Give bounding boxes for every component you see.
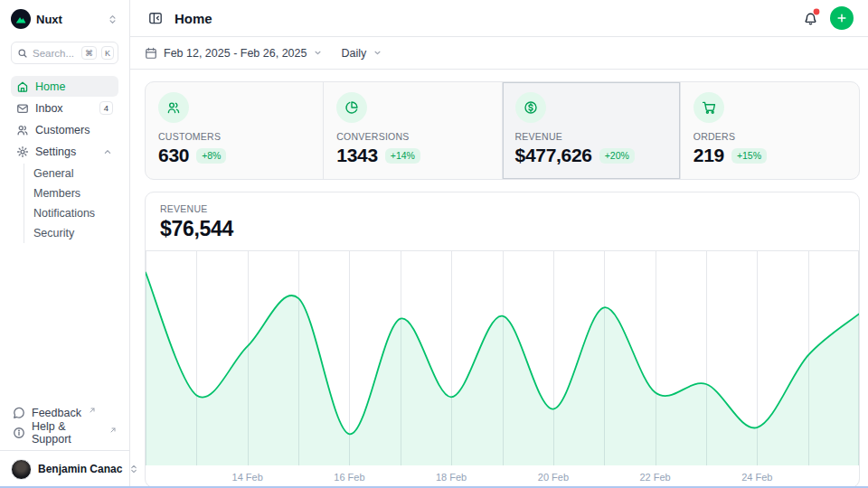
stat-value: 630 <box>158 145 189 166</box>
side-link-label: Feedback <box>32 407 81 419</box>
revenue-area-chart: 14 Feb16 Feb18 Feb20 Feb22 Feb24 Feb <box>146 250 859 488</box>
user-menu[interactable]: Benjamin Canac <box>11 457 118 481</box>
stats-row: CUSTOMERS 630 +8% CONVERSIONS 1343 +14% <box>145 81 860 180</box>
stat-value: $477,626 <box>515 145 592 166</box>
help-support-link[interactable]: Help & Support <box>11 423 118 443</box>
stat-label: REVENUE <box>515 131 667 142</box>
revenue-chart-card: REVENUE $76,544 14 Feb16 Feb18 Feb20 Feb… <box>145 192 860 488</box>
svg-text:22 Feb: 22 Feb <box>639 472 670 483</box>
settings-subnav: General Members Notifications Security <box>24 164 118 243</box>
svg-text:16 Feb: 16 Feb <box>334 472 364 483</box>
stat-value: 1343 <box>336 145 378 166</box>
home-icon <box>16 80 29 93</box>
sidebar-item-inbox[interactable]: Inbox 4 <box>11 98 118 118</box>
svg-text:20 Feb: 20 Feb <box>538 472 569 483</box>
notifications-button[interactable] <box>799 7 821 29</box>
nuxt-logo <box>11 9 31 29</box>
users-icon <box>158 92 189 123</box>
chart-header: REVENUE $76,544 <box>146 192 859 250</box>
stat-label: CONVERSIONS <box>336 131 488 142</box>
chevron-down-icon <box>313 48 323 58</box>
stat-card-orders[interactable]: ORDERS 219 +15% <box>681 82 859 179</box>
date-range-picker[interactable]: Feb 12, 2025 - Feb 26, 2025 <box>145 47 323 60</box>
info-circle-icon <box>13 427 25 439</box>
search-placeholder: Search... <box>33 48 77 59</box>
add-button[interactable] <box>830 6 854 30</box>
sidebar-item-label: Customers <box>35 124 90 136</box>
chevron-down-icon <box>373 48 382 58</box>
sidebar-spacer <box>11 243 118 403</box>
cart-icon <box>693 92 724 123</box>
period-select[interactable]: Daily <box>341 47 382 60</box>
side-link-label: Help & Support <box>32 420 102 446</box>
workspace-name: Nuxt <box>36 13 62 26</box>
sidebar: Nuxt Search... ⌘ K Home <box>0 0 130 488</box>
main-area: Home Feb 12, 2025 - Feb 26, 2025 <box>130 0 868 488</box>
message-bubble-icon <box>13 407 25 419</box>
calendar-icon <box>145 47 157 60</box>
chart-title: REVENUE <box>160 202 844 215</box>
search-input[interactable]: Search... ⌘ K <box>11 42 118 64</box>
stat-label: CUSTOMERS <box>158 131 310 142</box>
stat-value: 219 <box>693 145 724 166</box>
avatar <box>11 459 32 480</box>
sidebar-item-security[interactable]: Security <box>33 223 118 243</box>
sidebar-nav: Home Inbox 4 Customers Settings <box>11 76 118 243</box>
subnav-label: Members <box>33 187 80 200</box>
sidebar-item-label: Inbox <box>35 102 63 115</box>
workspace-selector[interactable]: Nuxt <box>11 8 118 30</box>
stat-label: ORDERS <box>693 131 846 142</box>
chevron-up-icon <box>102 146 113 157</box>
sidebar-item-label: Settings <box>35 145 76 158</box>
kbd-k: K <box>101 46 114 60</box>
filter-bar: Feb 12, 2025 - Feb 26, 2025 Daily <box>130 37 868 70</box>
external-link-icon <box>109 427 117 434</box>
stat-card-customers[interactable]: CUSTOMERS 630 +8% <box>146 82 324 179</box>
sidebar-item-home[interactable]: Home <box>11 76 118 97</box>
stat-card-conversions[interactable]: CONVERSIONS 1343 +14% <box>324 82 502 179</box>
subnav-label: Security <box>33 227 74 239</box>
date-range-value: Feb 12, 2025 - Feb 26, 2025 <box>164 47 307 60</box>
stat-delta-badge: +14% <box>385 148 420 164</box>
header-actions <box>799 6 854 30</box>
page-title: Home <box>175 11 212 26</box>
plus-icon <box>835 12 848 24</box>
users-icon <box>16 124 29 136</box>
stat-card-revenue[interactable]: REVENUE $477,626 +20% <box>503 82 681 179</box>
sidebar-item-general[interactable]: General <box>33 164 118 183</box>
gear-icon <box>16 145 29 158</box>
dashboard-content: CUSTOMERS 630 +8% CONVERSIONS 1343 +14% <box>130 70 868 488</box>
dollar-circle-icon <box>515 92 546 123</box>
chart-pie-icon <box>336 92 367 123</box>
external-link-icon <box>89 407 96 414</box>
stat-delta-badge: +20% <box>599 148 635 164</box>
period-value: Daily <box>341 47 366 60</box>
sidebar-item-members[interactable]: Members <box>33 183 118 203</box>
subnav-label: Notifications <box>33 207 95 220</box>
chevron-up-down-icon <box>107 14 118 25</box>
inbox-count-badge: 4 <box>99 101 113 115</box>
sidebar-item-customers[interactable]: Customers <box>11 119 118 140</box>
user-name: Benjamin Canac <box>38 463 122 475</box>
sidebar-item-settings[interactable]: Settings <box>11 141 118 162</box>
top-header: Home <box>130 0 868 37</box>
kbd-meta: ⌘ <box>81 46 97 60</box>
search-icon <box>17 48 28 59</box>
svg-text:18 Feb: 18 Feb <box>436 472 467 483</box>
notification-dot <box>813 8 820 15</box>
subnav-label: General <box>33 167 73 180</box>
panel-collapse-icon[interactable] <box>145 7 166 29</box>
stat-delta-badge: +15% <box>731 148 767 164</box>
app-window: Nuxt Search... ⌘ K Home <box>0 0 868 488</box>
divider <box>0 450 129 451</box>
chart-current-value: $76,544 <box>160 217 844 240</box>
sidebar-item-label: Home <box>35 80 65 93</box>
sidebar-item-notifications[interactable]: Notifications <box>33 203 118 223</box>
inbox-icon <box>16 102 29 115</box>
svg-text:14 Feb: 14 Feb <box>232 472 263 483</box>
svg-text:24 Feb: 24 Feb <box>741 472 772 483</box>
stat-delta-badge: +8% <box>196 148 226 164</box>
